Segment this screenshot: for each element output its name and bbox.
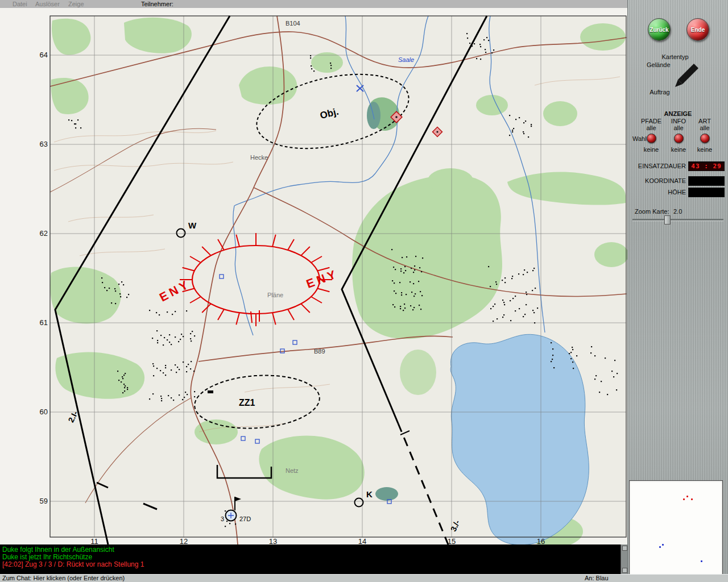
grid-row-label: 60: [40, 408, 48, 416]
zoom-slider-thumb[interactable]: [664, 215, 671, 225]
assembly-area-label: ZZ1: [239, 398, 255, 408]
elevation-display: [688, 188, 725, 197]
zoom-value: 2.0: [673, 208, 682, 215]
waypoint-k-label: K: [366, 489, 373, 499]
map-area[interactable]: Obj. ZZ1 ENY ENY W K: [0, 8, 627, 544]
control-panel: Zurück Ende Kartentyp Gelände Auftrag AN…: [627, 0, 728, 582]
mission-label[interactable]: Auftrag: [631, 89, 688, 95]
grid-col-label: 16: [537, 537, 545, 544]
column-info-title: INFO: [665, 118, 692, 124]
grid-row-label: 63: [40, 140, 48, 148]
art-none-option[interactable]: keine: [692, 146, 718, 153]
info-knob[interactable]: [674, 134, 684, 143]
mission-time-label: EINSATZDAUER: [628, 163, 686, 169]
app-window: Datei Auslöser Zeige Teilnehmer:: [0, 0, 728, 582]
zoom-slider-track[interactable]: [632, 219, 723, 221]
coordinate-label: KOORDINATE: [628, 177, 686, 184]
minimap-blue-dot: [659, 546, 661, 548]
back-button[interactable]: Zurück: [648, 18, 671, 41]
chat-scrollbar[interactable]: [621, 544, 627, 574]
grid-col-label: 13: [269, 537, 277, 544]
grid-row-label: 64: [40, 51, 48, 59]
minimap-blue-dot: [662, 544, 664, 546]
display-section-label: ANZEIGE: [650, 110, 706, 117]
column-pfade-title: PFADE: [638, 118, 664, 124]
overview-minimap[interactable]: [629, 480, 723, 576]
info-all-option[interactable]: alle: [665, 124, 692, 131]
grid-col-label: 15: [448, 537, 456, 544]
place-label-plaene: Pläne: [267, 292, 283, 298]
chat-message: [42:02] Zug 3 / 3 / D: Rückt vor nach St…: [2, 561, 627, 568]
place-label-saale: Saale: [398, 56, 414, 63]
place-label-hecke: Hecke: [250, 154, 268, 161]
grid-row-label: 62: [40, 229, 48, 238]
grid-col-label: 11: [90, 537, 98, 544]
end-button[interactable]: Ende: [686, 18, 709, 41]
participants-label: Teilnehmer:: [141, 0, 173, 8]
chat-hint[interactable]: Zum Chat: Hier klicken (oder Enter drück…: [2, 575, 125, 582]
art-knob[interactable]: [700, 134, 710, 143]
scroll-down-icon[interactable]: [622, 568, 627, 573]
column-art-title: ART: [692, 118, 718, 124]
coordinate-display: [688, 176, 725, 186]
unit-name-label: 27D: [239, 516, 251, 522]
mission-time-display: 43 : 29: [688, 161, 725, 171]
art-all-option[interactable]: alle: [692, 124, 718, 131]
grid-row-label: 59: [40, 497, 48, 505]
zoom-label: Zoom Karte:: [635, 208, 669, 215]
map-type-label: Kartentyp: [647, 53, 704, 60]
pfade-all-option[interactable]: alle: [638, 124, 664, 131]
grid-row-label: 61: [40, 318, 48, 327]
menu-datei[interactable]: Datei: [13, 0, 27, 8]
grid-col-label: 14: [358, 537, 366, 544]
pfade-none-option[interactable]: keine: [638, 146, 664, 153]
menu-ausloeser[interactable]: Auslöser: [35, 0, 60, 8]
place-label-netz: Netz: [286, 467, 299, 474]
status-bar: Zum Chat: Hier klicken (oder Enter drück…: [0, 574, 728, 582]
elevation-label: HÖHE: [628, 189, 686, 196]
scroll-up-icon[interactable]: [622, 546, 627, 551]
minimap-red-dot: [691, 498, 693, 500]
chat-recipient[interactable]: An: Blau: [585, 575, 609, 582]
minimap-red-dot: [686, 496, 688, 497]
select-label: Wahl: [632, 135, 647, 142]
minimap-red-dot: [683, 498, 685, 500]
info-none-option[interactable]: keine: [665, 146, 692, 153]
pen-icon[interactable]: [673, 63, 700, 89]
grid-col-label: 12: [180, 537, 188, 544]
menu-bar: Datei Auslöser Zeige Teilnehmer:: [0, 0, 627, 9]
waypoint-w-label: W: [188, 221, 197, 230]
pfade-knob[interactable]: [647, 134, 656, 143]
menu-zeige[interactable]: Zeige: [68, 0, 84, 8]
place-label-b89: B89: [314, 348, 325, 355]
map-type-value[interactable]: Gelände: [647, 61, 671, 68]
place-label-b104: B104: [286, 20, 300, 27]
chat-message: Duke folgt Ihnen in der Außenansicht: [2, 546, 627, 554]
unit-number-label: 3: [221, 516, 224, 522]
minimap-blue-dot: [701, 560, 702, 562]
tactical-map[interactable]: Obj. ZZ1 ENY ENY W K: [0, 8, 627, 544]
chat-log[interactable]: Duke folgt Ihnen in der Außenansicht Duk…: [0, 544, 627, 574]
